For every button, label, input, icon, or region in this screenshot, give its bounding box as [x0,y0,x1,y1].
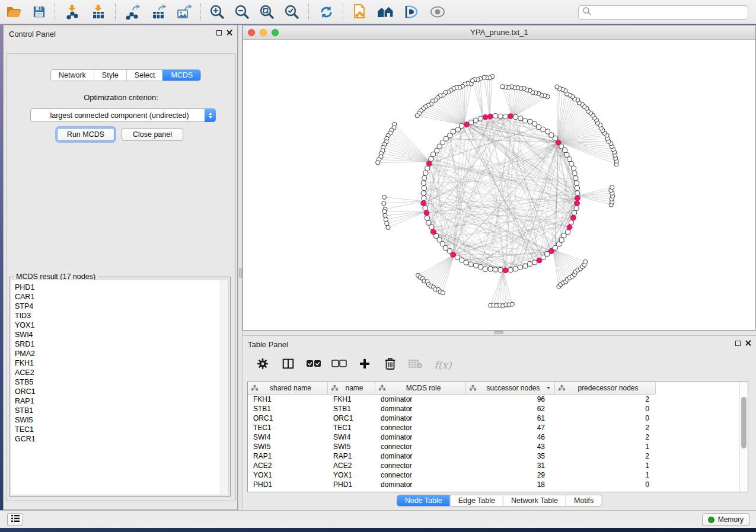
vertical-splitter[interactable] [238,25,243,510]
cell-name[interactable]: SWI4 [328,432,375,442]
cell-successor-nodes[interactable]: 29 [466,470,555,480]
cell-name[interactable]: TEC1 [328,423,375,432]
cell-name[interactable]: PHD1 [328,480,375,489]
cell-predecessor-nodes[interactable]: 1 [555,442,656,451]
tab-motifs[interactable]: Motifs [566,495,601,506]
cell-shared-name[interactable]: STB1 [248,404,328,414]
cell-predecessor-nodes[interactable]: 2 [555,423,656,432]
mcds-result-item[interactable]: YOX1 [15,321,219,330]
cell-MCDS-role[interactable]: dominator [375,404,466,414]
zoom-fit-button[interactable] [256,2,277,22]
mcds-result-item[interactable]: TEC1 [15,425,219,434]
cell-name[interactable]: RAP1 [328,451,375,461]
cell-MCDS-role[interactable]: connector [375,442,466,451]
cell-successor-nodes[interactable]: 61 [466,414,555,423]
network-window-titlebar[interactable]: YPA_prune.txt_1 [243,25,755,40]
cell-shared-name[interactable]: SWI5 [248,442,328,451]
cell-successor-nodes[interactable]: 47 [466,423,555,432]
column-header-successor-nodes[interactable]: successor nodes [466,382,555,395]
cell-successor-nodes[interactable]: 43 [466,442,555,451]
cell-successor-nodes[interactable]: 18 [466,480,555,489]
table-row[interactable]: YOX1YOX1connector291 [248,470,739,480]
cell-MCDS-role[interactable]: dominator [375,414,466,423]
cell-name[interactable]: SWI5 [328,442,375,451]
mcds-result-item[interactable]: RAP1 [15,396,219,406]
select-all-button[interactable] [305,356,322,374]
table-row[interactable]: SWI5SWI5connector431 [248,442,739,451]
zoom-selected-button[interactable] [281,2,302,22]
column-header-predecessor-nodes[interactable]: predecessor nodes [555,382,656,395]
cell-shared-name[interactable]: PHD1 [248,480,328,489]
tab-network-table[interactable]: Network Table [503,495,566,506]
mcds-result-item[interactable]: TID3 [15,311,219,321]
float-icon[interactable] [216,30,222,36]
cell-name[interactable]: FKH1 [328,395,375,404]
mcds-result-item[interactable]: GCR1 [15,434,219,444]
save-button[interactable] [28,2,50,22]
cell-predecessor-nodes[interactable]: 0 [555,480,656,489]
network-graph[interactable] [243,40,755,330]
scrollbar-thumb[interactable] [741,397,747,448]
cell-name[interactable]: STB1 [328,404,375,414]
table-row[interactable]: STB1STB1dominator620 [248,404,739,414]
import-network-button[interactable] [62,2,83,22]
mcds-result-item[interactable]: SRD1 [15,339,219,349]
session-home-button[interactable] [375,2,396,22]
table-scrollbar[interactable] [739,382,748,492]
table-row[interactable]: TEC1TEC1connector472 [248,423,739,432]
column-header-MCDS-role[interactable]: MCDS role [375,382,466,395]
splitter-grip[interactable] [494,331,503,334]
export-table-button[interactable] [148,2,170,22]
cell-successor-nodes[interactable]: 31 [466,461,555,470]
mcds-result-item[interactable]: STB5 [15,377,219,387]
mcds-result-item[interactable]: CAR1 [15,292,219,302]
mcds-result-item[interactable]: SWI5 [15,415,219,425]
cell-MCDS-role[interactable]: connector [375,423,466,432]
cell-name[interactable]: ORC1 [328,414,375,423]
add-column-button[interactable] [356,356,373,374]
mcds-result-item[interactable]: PMA2 [15,349,219,358]
tab-edge-table[interactable]: Edge Table [450,495,503,506]
cell-shared-name[interactable]: YOX1 [248,470,328,480]
column-header-name[interactable]: name [328,382,375,395]
table-row[interactable]: ORC1ORC1dominator610 [248,414,739,423]
cell-shared-name[interactable]: SWI4 [248,432,328,442]
import-table-button[interactable] [88,2,109,22]
splitter-grip[interactable] [239,268,242,278]
column-header-shared-name[interactable]: shared name [248,382,328,395]
cell-shared-name[interactable]: ACE2 [248,461,328,470]
cell-shared-name[interactable]: FKH1 [248,395,328,404]
cell-MCDS-role[interactable]: dominator [375,480,466,489]
list-scrollbar[interactable] [221,280,228,495]
search-input[interactable] [592,7,748,18]
export-network-button[interactable] [122,2,143,22]
cell-shared-name[interactable]: TEC1 [248,423,328,432]
open-button[interactable] [4,2,25,22]
mcds-result-item[interactable]: STP4 [15,302,219,311]
split-columns-button[interactable] [280,356,296,374]
mcds-result-item[interactable]: ORC1 [15,387,219,396]
cell-predecessor-nodes[interactable]: 1 [555,470,656,480]
delete-column-button[interactable] [382,356,398,374]
cell-successor-nodes[interactable]: 46 [466,432,555,442]
cell-predecessor-nodes[interactable]: 1 [555,461,656,470]
criterion-dropdown[interactable]: largest connected component (undirected) [30,108,216,122]
cell-MCDS-role[interactable]: dominator [375,395,466,404]
chevron-down-icon[interactable] [547,387,550,389]
cell-MCDS-role[interactable]: connector [375,470,466,480]
close-icon[interactable] [227,30,232,36]
cell-shared-name[interactable]: ORC1 [248,414,328,423]
table-row[interactable]: SWI4SWI4dominator462 [248,432,739,442]
cell-name[interactable]: ACE2 [328,461,375,470]
mcds-result-item[interactable]: ACE2 [15,368,219,377]
cell-successor-nodes[interactable]: 62 [466,404,555,414]
cell-MCDS-role[interactable]: dominator [375,451,466,461]
table-row[interactable]: FKH1FKH1dominator962 [248,395,739,404]
zoom-out-button[interactable] [231,2,253,22]
cell-successor-nodes[interactable]: 35 [466,451,555,461]
network-canvas[interactable] [243,40,755,330]
show-graphics-details-button[interactable] [427,2,448,22]
hide-graphics-details-button[interactable] [401,2,422,22]
node-table[interactable]: shared namenameMCDS rolesuccessor nodesp… [247,382,748,492]
cell-successor-nodes[interactable]: 96 [466,395,555,404]
